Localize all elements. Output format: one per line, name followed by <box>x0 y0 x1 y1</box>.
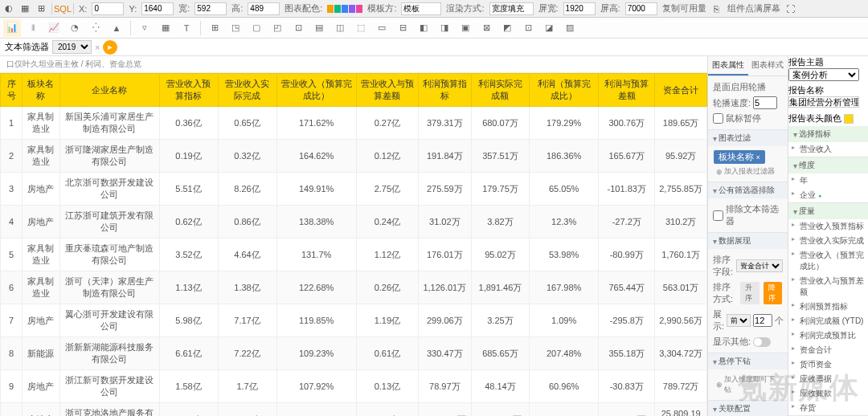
sort-field-select[interactable]: 资金合计 <box>736 259 783 272</box>
table-row[interactable]: 6家具制造业浙可（天津）家居生产制造有限公司1.13亿1.38亿122.68%0… <box>1 271 707 304</box>
table-row[interactable]: 5家具制造业重庆薹琉森可地产制造有限公司3.52亿4.64亿131.7%1.12… <box>1 239 707 271</box>
table-row[interactable]: 7房地产翼心浙可开发建设有限公司5.98亿7.17亿119.85%1.19亿29… <box>1 304 707 337</box>
add-drill-link[interactable]: 加入维度即可下钻 <box>713 373 783 397</box>
filter-icon[interactable]: ▿ <box>136 19 154 37</box>
color-swatch[interactable] <box>327 5 362 13</box>
table-header[interactable]: 营业收入（预算完成比） <box>276 74 356 107</box>
measure-item[interactable]: 营业收入（预算完成比） <box>788 248 868 274</box>
copy-label[interactable]: 复制可用量 <box>662 2 706 14</box>
tool-1[interactable]: ▦ <box>19 3 31 14</box>
show-select[interactable]: 前 <box>727 314 751 327</box>
table-header[interactable]: 营业收入实际完成 <box>218 74 276 107</box>
y-input[interactable] <box>141 2 174 15</box>
area-icon[interactable]: ▲ <box>108 19 125 37</box>
sql-button[interactable]: SQL <box>57 3 68 14</box>
measure-item[interactable]: 营业收入预算指标 <box>788 219 868 234</box>
table-header[interactable]: 利润与预算差额 <box>599 74 655 107</box>
table-header[interactable]: 利润预算指标 <box>418 74 471 107</box>
x-input[interactable] <box>92 2 124 15</box>
clear-filter-icon[interactable]: × <box>95 43 100 52</box>
sort-asc-btn[interactable]: 升序 <box>740 282 759 304</box>
measure-item[interactable]: 存货 <box>788 401 868 415</box>
table-row[interactable]: 4房地产江苏浙可建筑开发有限公司0.62亿0.86亿138.38%0.24亿31… <box>1 206 707 239</box>
metric-revenue[interactable]: 营业收入 <box>788 142 868 157</box>
table-icon[interactable]: ▦ <box>157 19 174 37</box>
more-9[interactable]: ▭ <box>373 19 391 37</box>
measure-item[interactable]: 应收票据 <box>788 372 868 386</box>
tab-chart-props[interactable]: 图表属性 <box>708 56 748 75</box>
dim-year[interactable]: 年 <box>788 173 868 188</box>
pie-chart-icon[interactable]: ◔ <box>66 19 84 37</box>
more-15[interactable]: ◩ <box>498 19 516 37</box>
table-row[interactable]: 8新能源浙新新湖能源科技服务有限公司6.61亿7.22亿109.23%0.61亿… <box>1 337 707 370</box>
link-config-head[interactable]: 关联配置 <box>708 401 788 416</box>
drill-head[interactable]: 悬停下钻 <box>708 353 788 369</box>
more-10[interactable]: ⊟ <box>394 19 411 37</box>
table-header[interactable]: 利润（预算完成比） <box>530 74 599 107</box>
scroll-pause-check[interactable] <box>713 113 723 124</box>
block-name-chip[interactable]: 板块名称 × <box>714 150 765 164</box>
report-theme-select[interactable]: 案例分析 <box>788 68 859 81</box>
table-header[interactable]: 利润实际完成额 <box>471 74 529 107</box>
more-11[interactable]: ◧ <box>415 19 432 37</box>
line-chart-icon[interactable]: 📈 <box>45 19 63 37</box>
scroll-speed-input[interactable] <box>753 96 777 109</box>
apply-filter-button[interactable]: ▸ <box>103 40 117 55</box>
show-num-input[interactable] <box>753 314 772 327</box>
more-3[interactable]: ▢ <box>248 19 265 37</box>
more-16[interactable]: ⊡ <box>519 19 537 37</box>
header-color-swatch[interactable] <box>844 114 854 124</box>
measure-item[interactable]: 营业收入实际完成 <box>788 234 868 248</box>
measures-head[interactable]: 度量 <box>788 203 868 219</box>
table-row[interactable]: 10房地产浙可克地洛地产服务有限公司51.62亿54.22亿105.05%2.6… <box>1 403 707 417</box>
more-5[interactable]: ⊡ <box>289 19 307 37</box>
sh-input[interactable] <box>625 2 657 15</box>
widget-label[interactable]: 组件点满屏幕 <box>727 2 780 14</box>
sort-desc-btn[interactable]: 降序 <box>764 282 782 304</box>
more-8[interactable]: ⬚ <box>352 19 370 37</box>
h-input[interactable] <box>248 2 280 15</box>
measure-item[interactable]: 资金合计 <box>788 343 868 357</box>
table-row[interactable]: 1家具制造业新国美乐浦可家居生产制造有限公司0.36亿0.65亿171.62%0… <box>1 107 707 140</box>
sw-input[interactable] <box>563 2 596 15</box>
table-header[interactable]: 营业收入与预算差额 <box>356 74 418 107</box>
more-17[interactable]: ◪ <box>540 19 558 37</box>
add-filter-link[interactable]: 加入报表过滤器 <box>713 165 783 178</box>
more-18[interactable]: ▨ <box>561 19 579 37</box>
table-row[interactable]: 2家具制造业浙可隆湖家居生产制造有限公司0.19亿0.32亿164.62%0.1… <box>1 140 707 173</box>
w-input[interactable] <box>194 2 227 15</box>
tool-2[interactable]: ⊞ <box>35 3 47 14</box>
chart-filter-head[interactable]: 图表过滤 <box>708 130 788 146</box>
show-other-toggle[interactable] <box>753 337 771 347</box>
measure-item[interactable]: 货币资金 <box>788 357 868 372</box>
bar-chart-icon[interactable]: 📊 <box>3 19 21 37</box>
fullscreen-icon[interactable]: ⛶ <box>785 3 796 14</box>
measure-item[interactable]: 营业收入与预算差额 <box>788 274 868 300</box>
fillmode-input[interactable] <box>489 2 534 15</box>
dimension-head[interactable]: 维度 <box>788 157 868 173</box>
dim-company[interactable]: 企业 <box>788 188 868 202</box>
table-header[interactable]: 营业收入预算指标 <box>159 74 218 107</box>
table-header[interactable]: 企业名称 <box>59 74 159 107</box>
tab-chart-style[interactable]: 图表样式 <box>748 56 788 75</box>
more-14[interactable]: ⊠ <box>477 19 495 37</box>
tool-0[interactable]: ◐ <box>3 3 14 14</box>
text-icon[interactable]: T <box>178 19 195 37</box>
scatter-icon[interactable]: ⁛ <box>87 19 104 37</box>
exclude-text-check[interactable] <box>713 210 723 221</box>
bar-icon-2[interactable]: ⦀ <box>24 19 42 37</box>
more-7[interactable]: ◫ <box>331 19 349 37</box>
report-name-input[interactable] <box>788 96 859 108</box>
select-metric-head[interactable]: 选择指标 <box>788 126 868 142</box>
copy-icon[interactable]: ⎘ <box>711 3 723 14</box>
more-1[interactable]: ⊞ <box>206 19 223 37</box>
table-header[interactable]: 板块名称 <box>23 74 60 107</box>
year-select[interactable]: 2019 <box>52 40 92 54</box>
table-row[interactable]: 9房地产浙江新可数据开发建设公司1.58亿1.7亿107.92%0.13亿78.… <box>1 370 707 403</box>
more-12[interactable]: ◨ <box>436 19 453 37</box>
table-header[interactable]: 资金合计 <box>655 74 707 107</box>
public-filter-head[interactable]: 公有筛选器排除 <box>708 182 788 198</box>
more-13[interactable]: ▣ <box>457 19 474 37</box>
measure-item[interactable]: 应收账款 <box>788 386 868 401</box>
template-input[interactable] <box>401 2 441 15</box>
